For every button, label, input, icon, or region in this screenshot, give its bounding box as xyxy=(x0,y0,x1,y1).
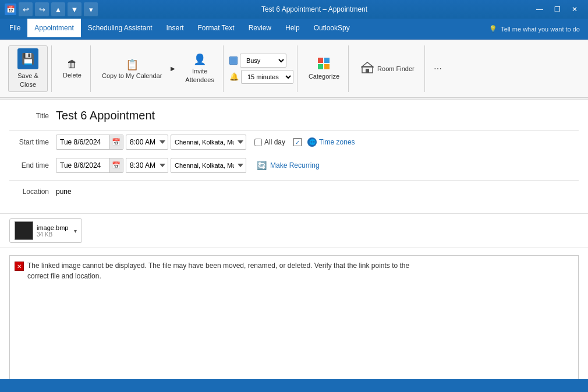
end-timezone-select[interactable]: Chennai, Kolkata, Mumb UTC Eastern Time … xyxy=(171,158,246,173)
invite-label: InviteAttendees xyxy=(185,67,214,84)
allday-text: All day xyxy=(264,138,285,146)
svg-rect-1 xyxy=(324,58,330,63)
delete-label: Delete xyxy=(63,72,82,79)
app-icon: 📅 xyxy=(5,3,16,15)
location-label: Location xyxy=(9,188,56,196)
end-time-select[interactable]: 8:00 AM 8:30 AM 9:00 AM 9:30 AM xyxy=(126,158,168,173)
calendar-icon: 📅 xyxy=(112,138,121,146)
menu-bar: File Appointment Scheduling Assistant In… xyxy=(0,19,588,40)
room-finder-icon xyxy=(361,61,374,76)
time-zones-button[interactable]: 🌐 Time zones xyxy=(307,137,355,147)
delete-button[interactable]: 🗑 Delete xyxy=(58,54,87,84)
up-button[interactable]: ▲ xyxy=(51,2,65,16)
form-area: Title Start time 📅 7:30 AM 8:00 AM 8:30 … xyxy=(0,100,588,214)
categorize-icon xyxy=(317,57,330,72)
undo-button[interactable]: ↩ xyxy=(19,2,33,16)
broken-image-container: ✕ The linked image cannot be displayed. … xyxy=(10,256,578,286)
copy-icon: 📋 xyxy=(126,58,139,71)
start-date-calendar-button[interactable]: 📅 xyxy=(109,135,123,149)
timezone-check-label: ✓ 🌐 Time zones xyxy=(293,137,355,147)
save-icon: 💾 xyxy=(17,48,38,69)
copy-to-calendar-button[interactable]: 📋 Copy to My Calendar xyxy=(97,54,167,84)
end-date-input-wrap: 📅 xyxy=(56,158,123,173)
svg-rect-6 xyxy=(366,69,369,73)
lightbulb-icon: 💡 xyxy=(489,25,497,33)
svg-rect-0 xyxy=(318,58,323,63)
end-datetime-group: 📅 8:00 AM 8:30 AM 9:00 AM 9:30 AM Chenna… xyxy=(56,158,320,173)
broken-image-icon: ✕ xyxy=(15,262,24,271)
attachment-item[interactable]: image.bmp 34 KB ▾ xyxy=(9,218,82,243)
attachment-info: image.bmp 34 KB xyxy=(37,224,68,238)
ribbon-group-delete: 🗑 Delete xyxy=(54,45,91,92)
allday-checkbox[interactable] xyxy=(254,139,262,146)
title-input[interactable] xyxy=(56,108,579,124)
location-row: Location xyxy=(9,183,579,200)
categorize-button[interactable]: Categorize xyxy=(303,54,345,84)
content-editor[interactable]: ✕ The linked image cannot be displayed. … xyxy=(9,255,579,392)
attachment-expand-icon[interactable]: ▾ xyxy=(74,228,77,234)
copy-to-calendar-label: Copy to My Calendar xyxy=(102,72,162,79)
menu-search-area: 💡 Tell me what you want to do xyxy=(483,19,586,39)
menu-outlookspy[interactable]: OutlookSpy xyxy=(307,19,357,39)
svg-rect-2 xyxy=(318,64,323,69)
divider-2 xyxy=(9,180,579,181)
title-bar-left: 📅 ↩ ↪ ▲ ▼ ▾ xyxy=(5,2,98,16)
end-date-input[interactable] xyxy=(56,160,109,171)
more-options-button[interactable]: ⋯ xyxy=(431,54,445,84)
start-date-input-wrap: 📅 xyxy=(56,135,123,150)
start-time-label: Start time xyxy=(9,138,56,146)
menu-review[interactable]: Review xyxy=(242,19,278,39)
attachment-thumbnail xyxy=(15,221,33,240)
reminder-row: 🔔 15 minutes 5 minutes 30 minutes 1 hour… xyxy=(229,70,293,84)
start-time-row: Start time 📅 7:30 AM 8:00 AM 8:30 AM 9:0… xyxy=(9,133,579,151)
menu-appointment[interactable]: Appointment xyxy=(27,19,80,39)
ribbon: 💾 Save &Close 🗑 Delete 📋 Copy to My Cale… xyxy=(0,40,588,98)
more-icon: ⋯ xyxy=(434,64,442,73)
timezone-checkbox-display: ✓ xyxy=(293,138,302,146)
invite-attendees-button[interactable]: 👤 InviteAttendees xyxy=(180,54,219,84)
svg-rect-3 xyxy=(324,64,330,69)
location-input[interactable] xyxy=(56,186,579,197)
redo-button[interactable]: ↪ xyxy=(35,2,49,16)
menu-insert[interactable]: Insert xyxy=(159,19,190,39)
restore-button[interactable]: ❐ xyxy=(548,1,566,18)
end-time-label: End time xyxy=(9,161,56,169)
search-placeholder[interactable]: Tell me what you want to do xyxy=(501,26,580,33)
make-recurring-button[interactable]: 🔄 Make Recurring xyxy=(257,161,320,170)
copy-dropdown-arrow[interactable]: ▶ xyxy=(167,54,179,84)
menu-format-text[interactable]: Format Text xyxy=(191,19,242,39)
attachment-name: image.bmp xyxy=(37,224,68,231)
copy-to-calendar-container: 📋 Copy to My Calendar ▶ xyxy=(97,54,179,84)
menu-file[interactable]: File xyxy=(2,19,27,39)
menu-help[interactable]: Help xyxy=(278,19,307,39)
save-close-button[interactable]: 💾 Save &Close xyxy=(8,45,48,92)
bell-icon: 🔔 xyxy=(229,72,239,81)
menu-scheduling[interactable]: Scheduling Assistant xyxy=(81,19,160,39)
title-bar: 📅 ↩ ↪ ▲ ▼ ▾ Test 6 Appointment – Appoint… xyxy=(0,0,588,19)
status-indicator xyxy=(229,56,238,65)
invite-icon: 👤 xyxy=(193,53,206,66)
recurring-icon: 🔄 xyxy=(257,161,267,170)
qat-more-button[interactable]: ▾ xyxy=(84,2,98,16)
allday-label: All day xyxy=(254,138,285,146)
down-button[interactable]: ▼ xyxy=(68,2,82,16)
reminder-select[interactable]: 15 minutes 5 minutes 30 minutes 1 hour N… xyxy=(241,70,293,84)
body-area: ✕ The linked image cannot be displayed. … xyxy=(0,248,588,392)
attachment-area: image.bmp 34 KB ▾ xyxy=(0,214,588,248)
end-date-calendar-button[interactable]: 📅 xyxy=(109,158,123,172)
close-button[interactable]: ✕ xyxy=(566,1,583,18)
window-controls: — ❐ ✕ xyxy=(531,1,583,18)
ribbon-group-calendar: 📋 Copy to My Calendar ▶ 👤 InviteAttendee… xyxy=(93,45,224,92)
show-as-select[interactable]: Busy Free Tentative Out of Office xyxy=(240,54,286,68)
ribbon-group-save: 💾 Save &Close xyxy=(5,45,52,92)
start-datetime-group: 📅 7:30 AM 8:00 AM 8:30 AM 9:00 AM Chenna… xyxy=(56,135,355,150)
start-date-input[interactable] xyxy=(56,137,109,147)
start-time-select[interactable]: 7:30 AM 8:00 AM 8:30 AM 9:00 AM xyxy=(126,135,168,150)
attachment-size: 34 KB xyxy=(37,231,68,238)
room-finder-button[interactable]: Room Finder xyxy=(355,54,421,84)
status-bar xyxy=(0,379,588,392)
time-zones-label: Time zones xyxy=(319,138,355,146)
start-timezone-select[interactable]: Chennai, Kolkata, Mumb UTC Eastern Time … xyxy=(171,135,246,150)
broken-image-text: The linked image cannot be displayed. Th… xyxy=(27,260,410,281)
minimize-button[interactable]: — xyxy=(531,1,548,18)
